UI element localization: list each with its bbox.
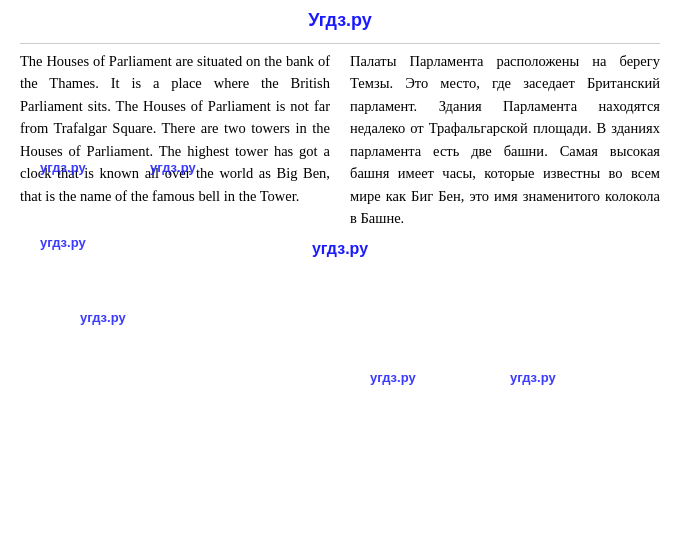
divider — [20, 43, 660, 44]
page-container: Угдз.ру угдз.ру угдз.ру угдз.ру угдз.ру … — [0, 0, 680, 556]
watermark-5: угдз.ру — [370, 370, 416, 385]
bottom-watermark: угдз.ру — [20, 240, 660, 258]
russian-text: Палаты Парламента расположены на берегу … — [340, 50, 660, 230]
watermark-6: угдз.ру — [510, 370, 556, 385]
content-area: угдз.ру угдз.ру угдз.ру угдз.ру угдз.ру … — [20, 50, 660, 230]
english-text: The Houses of Parliament are situated on… — [20, 50, 340, 230]
watermark-4: угдз.ру — [80, 310, 126, 325]
english-paragraph: The Houses of Parliament are situated on… — [20, 53, 330, 204]
site-title[interactable]: Угдз.ру — [20, 10, 660, 31]
bottom-watermark-text: угдз.ру — [312, 240, 368, 257]
site-title-text: Угдз.ру — [308, 10, 372, 30]
russian-paragraph: Палаты Парламента расположены на берегу … — [350, 53, 660, 226]
